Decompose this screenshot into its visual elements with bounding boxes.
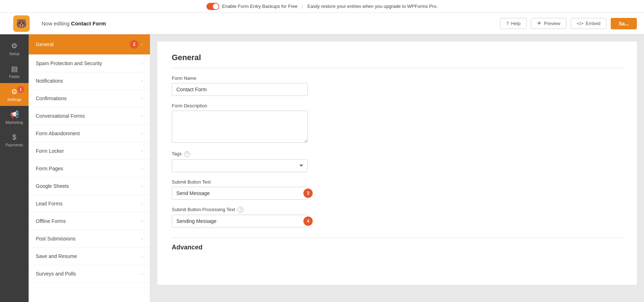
help-button[interactable]: ? Help [500,18,527,29]
setup-icon: ⚙ [11,42,18,50]
menu-item-sheets-label: Google Sheets [36,183,69,189]
submit-processing-group: Submit Button Processing Text ? 4 [172,207,623,228]
form-name-input[interactable] [172,83,308,96]
spam-chevron: › [141,61,143,66]
post-chevron: › [141,236,143,241]
top-banner: Enable Form Entry Backups for Free | Eas… [0,0,644,13]
menu-item-form-locker[interactable]: Form Locker › [29,142,150,160]
form-description-label: Form Description [172,103,623,108]
offline-chevron: › [141,219,143,224]
menu-item-spam-label: Spam Protection and Security [36,60,102,66]
menu-item-general[interactable]: General 2 › [29,34,150,55]
backup-toggle[interactable] [206,3,219,10]
content-area: General Form Name Form Description Tags … [150,34,644,302]
pages-chevron: › [141,166,143,171]
general-panel: General Form Name Form Description Tags … [157,42,637,285]
settings-sidebar: General 2 › Spam Protection and Security… [29,34,150,302]
submit-button-text-wrapper: 3 [172,187,308,200]
menu-item-save-resume[interactable]: Save and Resume › [29,248,150,265]
save-button[interactable]: Sa... [611,18,637,29]
menu-item-pages-label: Form Pages [36,166,63,171]
menu-item-general-label: General [36,42,54,47]
submit-button-text-input[interactable] [172,187,308,200]
menu-item-form-pages[interactable]: Form Pages › [29,160,150,177]
payments-icon: $ [12,133,16,141]
editing-label: Now editing Contact Form [42,20,106,26]
logo-area: 🐻 [7,15,36,32]
menu-item-abandonment-label: Form Abandonment [36,131,80,136]
embed-button[interactable]: </> Embed [571,18,606,29]
sidebar-item-setup[interactable]: ⚙ Setup [0,37,29,60]
menu-item-notifications-label: Notifications [36,78,63,84]
locker-chevron: › [141,148,143,154]
sidebar-item-settings-label: Settings [7,97,21,102]
sidebar-item-payments[interactable]: $ Payments [0,129,29,151]
header-bar: 🐻 Now editing Contact Form ? Help 👁 Prev… [0,13,644,34]
submit-button-text-label: Submit Button Text [172,179,623,185]
tags-select[interactable] [172,159,308,172]
abandonment-chevron: › [141,131,143,136]
processing-help-icon[interactable]: ? [238,207,243,213]
sidebar-item-payments-label: Payments [6,143,23,147]
menu-item-form-abandonment[interactable]: Form Abandonment › [29,125,150,142]
menu-item-spam-protection[interactable]: Spam Protection and Security › [29,55,150,72]
embed-icon: </> [577,21,584,26]
menu-item-conversational-forms[interactable]: Conversational Forms › [29,107,150,125]
panel-title: General [172,53,623,68]
marketing-icon: 📢 [10,110,19,119]
conversational-chevron: › [141,113,143,118]
menu-item-offline-label: Offline Forms [36,218,66,224]
general-badge: 2 [130,40,138,49]
fields-icon: ▤ [11,64,18,73]
banner-description: Easily restore your entries when you upg… [307,4,438,9]
tags-help-icon[interactable]: ? [184,151,190,157]
submit-button-badge: 3 [303,189,313,198]
menu-item-offline-forms[interactable]: Offline Forms › [29,213,150,230]
sidebar-item-setup-label: Setup [9,52,20,56]
menu-item-notifications[interactable]: Notifications › [29,72,150,90]
settings-icon: ⚙ [11,87,18,96]
menu-item-google-sheets[interactable]: Google Sheets › [29,177,150,195]
sidebar-item-fields-label: Fields [9,74,19,79]
menu-item-lead-label: Lead Forms [36,201,63,206]
menu-item-lead-forms[interactable]: Lead Forms › [29,195,150,213]
tags-group: Tags ? [172,151,623,172]
sidebar-item-fields[interactable]: ▤ Fields [0,60,29,83]
app-logo: 🐻 [13,15,30,32]
save-chevron: › [141,254,143,259]
sidebar-item-marketing-label: Marketing [6,120,23,125]
submit-processing-wrapper: 4 [172,215,308,228]
sheets-chevron: › [141,184,143,189]
menu-item-save-label: Save and Resume [36,253,77,259]
confirmations-chevron: › [141,96,143,101]
banner-divider: | [302,4,303,9]
menu-item-locker-label: Form Locker [36,148,64,154]
sidebar-item-settings[interactable]: 1 ⚙ Settings [0,83,29,106]
menu-item-post-submissions[interactable]: Post Submissions › [29,230,150,248]
tags-label: Tags ? [172,151,623,157]
main-layout: ⚙ Setup ▤ Fields 1 ⚙ Settings 📢 Marketin… [0,34,644,302]
form-name-group: Form Name [172,76,623,96]
help-icon: ? [506,21,509,26]
menu-item-conversational-label: Conversational Forms [36,113,85,119]
settings-badge: 1 [17,86,24,93]
menu-item-post-label: Post Submissions [36,236,75,242]
submit-processing-input[interactable] [172,215,308,228]
banner-toggle-label: Enable Form Entry Backups for Free [222,4,298,9]
editing-form-name: Contact Form [71,20,106,26]
form-description-group: Form Description [172,103,623,144]
preview-button[interactable]: 👁 Preview [531,18,566,29]
menu-item-surveys-polls[interactable]: Surveys and Polls › [29,265,150,283]
sidebar-item-marketing[interactable]: 📢 Marketing [0,106,29,129]
menu-item-confirmations-label: Confirmations [36,96,67,101]
advanced-section: Advanced [172,238,623,251]
lead-chevron: › [141,201,143,206]
icon-sidebar: ⚙ Setup ▤ Fields 1 ⚙ Settings 📢 Marketin… [0,34,29,302]
form-description-input[interactable] [172,111,308,143]
form-name-label: Form Name [172,76,623,81]
general-chevron: › [141,42,143,47]
menu-item-confirmations[interactable]: Confirmations › [29,90,150,107]
notifications-chevron: › [141,78,143,83]
header-actions: ? Help 👁 Preview </> Embed Sa... [500,18,637,29]
submit-button-text-group: Submit Button Text 3 [172,179,623,200]
